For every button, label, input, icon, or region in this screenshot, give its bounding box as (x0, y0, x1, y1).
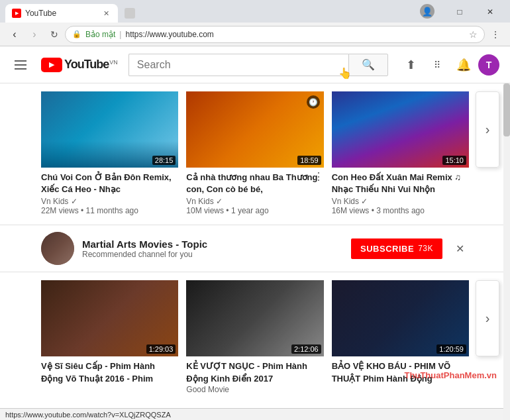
nav-bar: ‹ › ↻ 🔒 Bảo mật | https://www.youtube.co… (0, 23, 510, 46)
video-title-5: KẺ VƯỢT NGỤC - Phim Hành Động Kinh Điển … (186, 360, 323, 384)
video-subtitle-5: Good Movie (186, 385, 323, 394)
video-duration-3: 15:10 (442, 156, 466, 165)
video-duration-4: 1:29:03 (146, 344, 176, 354)
video-duration-5: 2:12:06 (291, 344, 321, 354)
scrollbar-thumb[interactable] (503, 83, 510, 136)
search-container: 🔍 👆 (128, 54, 388, 76)
youtube-header: ▶ YouTube VN 🔍 👆 ⬆ ⠿ 🔔 T (0, 46, 510, 83)
window-chrome: 👤 ▶ YouTube ✕ — □ ✕ (0, 0, 510, 23)
youtube-logo-text: YouTube (64, 58, 109, 72)
scrollbar-track[interactable] (503, 83, 510, 420)
notifications-button[interactable]: 🔔 (452, 53, 476, 77)
video-info-5: KẺ VƯỢT NGỤC - Phim Hành Động Kinh Điển … (186, 356, 323, 397)
subscriber-count: 73K (418, 244, 433, 253)
tab-title: YouTube (25, 9, 56, 18)
address-text: https://www.youtube.com (125, 30, 213, 39)
video-title-1: Chú Voi Con Ở Bản Đôn Remix, Xiếc Cá Heo… (41, 172, 178, 195)
search-button[interactable]: 🔍 (348, 54, 388, 76)
video-card-2[interactable]: 🕐 18:59 Cả nhà thương nhau Ba Thương con… (186, 91, 323, 219)
address-bar[interactable]: 🔒 Bảo mật | https://www.youtube.com ☆ (65, 26, 485, 43)
video-thumbnail-4: 1:29:03 (41, 280, 178, 356)
apps-button[interactable]: ⠿ (425, 53, 449, 77)
video-card-4[interactable]: 1:29:03 Vệ Sĩ Siêu Cấp - Phim Hành Động … (41, 280, 178, 397)
status-bar: https://www.youtube.com/watch?v=XLQjZRQQ… (0, 408, 510, 420)
video-channel-1: Vn Kids ✓ (41, 197, 178, 206)
more-options-button[interactable]: ⋮ (486, 25, 505, 44)
video-card-5[interactable]: 2:12:06 KẺ VƯỢT NGỤC - Phim Hành Động Ki… (186, 280, 323, 397)
video-card-6[interactable]: 1:20:59 BẢO VỆ KHO BÁU - PHIM VÕ THUẬT P… (332, 280, 469, 397)
video-stats-1: 22M views • 11 months ago (41, 206, 178, 215)
youtube-right-controls: ⬆ ⠿ 🔔 T (399, 53, 499, 77)
video-thumbnail-1: 28:15 (41, 91, 178, 168)
hamburger-menu[interactable] (11, 56, 30, 74)
bookmark-icon[interactable]: ☆ (469, 29, 478, 40)
main-content: 28:15 Chú Voi Con Ở Bản Đôn Remix, Xiếc … (0, 83, 510, 420)
maximize-button[interactable]: □ (445, 3, 474, 21)
upload-button[interactable]: ⬆ (399, 53, 423, 77)
back-button[interactable]: ‹ (5, 25, 24, 44)
clock-icon-2: 🕐 (307, 95, 320, 109)
user-avatar[interactable]: T (478, 54, 499, 76)
next-row1-button[interactable]: › (476, 91, 499, 168)
tab-close-button[interactable]: ✕ (101, 8, 111, 19)
video-stats-3: 16M views • 3 months ago (332, 206, 469, 215)
video-info-3: Con Heo Đất Xuân Mai Remix ♫ Nhạc Thiếu … (332, 168, 469, 219)
search-input[interactable] (128, 54, 348, 76)
chrome-account-icon[interactable]: 👤 (420, 4, 434, 19)
forward-button[interactable]: › (25, 25, 44, 44)
video-card-3[interactable]: 15:10 Con Heo Đất Xuân Mai Remix ♫ Nhạc … (332, 91, 469, 219)
video-title-4: Vệ Sĩ Siêu Cấp - Phim Hành Động Võ Thuật… (41, 360, 178, 384)
video-info-4: Vệ Sĩ Siêu Cấp - Phim Hành Động Võ Thuật… (41, 356, 178, 388)
video-row-1: 28:15 Chú Voi Con Ở Bản Đôn Remix, Xiếc … (0, 83, 510, 219)
security-label: Bảo mật (85, 30, 115, 39)
video-card-1[interactable]: 28:15 Chú Voi Con Ở Bản Đôn Remix, Xiếc … (41, 91, 178, 219)
video-duration-1: 28:15 (152, 156, 176, 165)
close-button[interactable]: ✕ (476, 3, 505, 21)
video-thumbnail-6: 1:20:59 (332, 280, 469, 356)
channel-name: Martial Arts Movies - Topic (82, 238, 343, 250)
video-title-2: Cả nhà thương nhau Ba Thương con, Con cò… (186, 172, 323, 195)
new-tab-icon (125, 8, 135, 19)
channel-avatar (41, 232, 74, 265)
video-thumbnail-5: 2:12:06 (186, 280, 323, 356)
video-info-1: Chú Voi Con Ở Bản Đôn Remix, Xiếc Cá Heo… (41, 168, 178, 219)
new-tab-button[interactable] (121, 4, 139, 23)
video-duration-2: 18:59 (297, 156, 321, 165)
channel-info: Martial Arts Movies - Topic Recommended … (82, 238, 343, 259)
watermark: ThuThuatPhanMem.vn (405, 370, 497, 380)
subscribe-button[interactable]: SUBSCRIBE 73K (351, 238, 442, 259)
refresh-button[interactable]: ↻ (45, 25, 64, 44)
channel-recommendation: Martial Arts Movies - Topic Recommended … (0, 225, 510, 272)
video-title-3: Con Heo Đất Xuân Mai Remix ♫ Nhạc Thiếu … (332, 172, 469, 195)
youtube-logo[interactable]: ▶ YouTube VN (41, 58, 118, 72)
video-stats-2: 10M views • 1 year ago (186, 206, 323, 215)
video-thumbnail-3: 15:10 (332, 91, 469, 168)
next-row2-button[interactable]: › (476, 280, 499, 356)
status-text: https://www.youtube.com/watch?v=XLQjZRQQ… (5, 411, 171, 419)
video-channel-2: Vn Kids ✓ (186, 197, 323, 206)
channel-rec-label: Recommended channel for you (82, 250, 343, 259)
more-options-2[interactable]: ⋮ (313, 170, 324, 183)
tab-favicon: ▶ (12, 9, 21, 18)
dismiss-button[interactable]: ✕ (450, 239, 469, 258)
video-info-2: Cả nhà thương nhau Ba Thương con, Con cò… (186, 168, 323, 219)
security-icon: 🔒 (72, 30, 81, 38)
youtube-logo-icon: ▶ (41, 58, 62, 72)
video-duration-6: 1:20:59 (436, 344, 466, 354)
video-thumbnail-2: 🕐 18:59 (186, 91, 323, 168)
browser-tab[interactable]: ▶ YouTube ✕ (5, 4, 118, 23)
video-channel-3: Vn Kids ✓ (332, 197, 469, 206)
youtube-country-code: VN (109, 59, 118, 66)
